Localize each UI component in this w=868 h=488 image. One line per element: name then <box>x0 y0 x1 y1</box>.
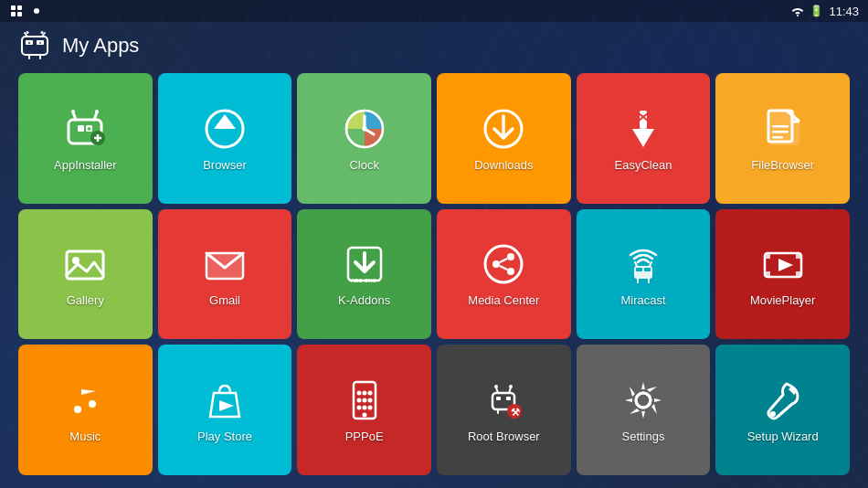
app-tile-appinstaller[interactable]: AppInstaller <box>18 73 153 204</box>
movieplayer-label: MoviePlayer <box>750 293 816 307</box>
filebrowser-icon <box>759 105 807 153</box>
app-tile-rootbrowser[interactable]: ⚒ Root Browser <box>437 345 571 475</box>
svg-point-81 <box>356 398 361 403</box>
kaddons-icon: ADD ONS <box>341 240 388 288</box>
app-tile-kaddons[interactable]: ADD ONS K-Addons <box>297 209 431 340</box>
mediacenter-icon <box>480 240 527 288</box>
easyclean-icon <box>619 105 667 153</box>
svg-rect-6 <box>22 37 48 55</box>
svg-point-91 <box>494 385 498 388</box>
svg-point-4 <box>34 8 39 14</box>
svg-rect-50 <box>67 251 103 279</box>
svg-point-58 <box>492 260 500 268</box>
header: My Apps <box>0 22 868 69</box>
svg-rect-47 <box>772 125 789 128</box>
setupwizard-label: Setup Wizard <box>747 430 819 443</box>
mediacenter-label: Media Center <box>468 293 539 307</box>
svg-line-62 <box>500 266 507 270</box>
svg-point-12 <box>41 31 44 34</box>
app-tile-miracast[interactable]: Miracast <box>577 209 711 340</box>
svg-rect-64 <box>636 268 642 271</box>
status-bar-left <box>9 4 44 18</box>
svg-point-80 <box>367 391 372 396</box>
app-tile-clock[interactable]: Clock <box>297 73 431 204</box>
gmail-icon <box>201 240 249 288</box>
svg-rect-1 <box>17 5 22 10</box>
status-bar: 🔋 11:43 <box>0 0 868 22</box>
app-tile-setupwizard[interactable]: Setup Wizard <box>715 345 850 475</box>
rootbrowser-icon: ⚒ <box>480 377 527 424</box>
movieplayer-icon <box>759 240 807 288</box>
svg-point-21 <box>71 110 75 113</box>
easyclean-label: EasyClean <box>615 158 672 172</box>
svg-point-92 <box>509 385 513 388</box>
playstore-icon <box>201 377 249 424</box>
app-tile-playstore[interactable]: Play Store <box>158 345 292 475</box>
app-tile-settings[interactable]: Settings <box>577 345 711 475</box>
svg-point-79 <box>362 391 366 396</box>
svg-marker-31 <box>214 114 236 129</box>
android-logo <box>18 29 51 62</box>
svg-rect-74 <box>796 271 801 277</box>
svg-rect-71 <box>765 253 770 259</box>
downloads-icon <box>480 105 527 153</box>
svg-point-22 <box>95 110 99 113</box>
svg-point-60 <box>507 268 514 275</box>
app-tile-filebrowser[interactable]: FileBrowser <box>715 73 850 204</box>
svg-rect-73 <box>796 253 801 259</box>
app-tile-easyclean[interactable]: EasyClean <box>577 73 711 204</box>
svg-rect-48 <box>772 131 789 133</box>
playstore-label: Play Store <box>197 430 252 443</box>
clock-display: 11:43 <box>829 5 859 18</box>
svg-point-84 <box>356 406 361 410</box>
svg-point-59 <box>507 253 514 260</box>
app-tile-gallery[interactable]: Gallery <box>18 209 153 340</box>
svg-point-83 <box>367 398 372 403</box>
music-label: Music <box>69 430 101 443</box>
pppoe-label: PPPoE <box>345 430 384 443</box>
svg-point-78 <box>356 391 361 396</box>
gallery-icon <box>61 240 109 288</box>
page-title: My Apps <box>62 34 139 58</box>
app-tile-pppoe[interactable]: PPPoE <box>297 345 431 475</box>
clock-label: Clock <box>349 158 379 172</box>
svg-point-57 <box>485 246 522 282</box>
settings-label: Settings <box>622 430 665 443</box>
app-tile-downloads[interactable]: Downloads <box>437 73 571 204</box>
svg-rect-93 <box>496 397 501 400</box>
miracast-icon <box>619 240 667 288</box>
svg-line-66 <box>635 262 637 266</box>
svg-rect-94 <box>506 397 511 400</box>
kaddons-label: K-Addons <box>338 293 390 307</box>
svg-marker-76 <box>219 400 234 411</box>
svg-point-5 <box>797 15 799 16</box>
miracast-label: Miracast <box>620 293 665 307</box>
rootbrowser-label: Root Browser <box>468 430 540 443</box>
filebrowser-label: FileBrowser <box>751 158 814 172</box>
app-tile-movieplayer[interactable]: MoviePlayer <box>715 209 850 340</box>
svg-rect-0 <box>11 5 16 10</box>
appinstaller-label: AppInstaller <box>54 158 117 172</box>
status-bar-right: 🔋 11:43 <box>791 5 859 18</box>
svg-marker-75 <box>778 259 793 271</box>
svg-rect-3 <box>17 12 22 16</box>
svg-line-67 <box>650 262 651 266</box>
battery-icon: 🔋 <box>810 5 823 17</box>
svg-rect-23 <box>78 125 84 132</box>
svg-rect-65 <box>644 268 651 271</box>
setupwizard-icon <box>759 377 807 424</box>
notification-icon-2 <box>29 4 44 18</box>
appinstaller-icon <box>61 105 109 153</box>
svg-point-100 <box>636 393 651 408</box>
wifi-icon <box>791 5 804 16</box>
app-tile-mediacenter[interactable]: Media Center <box>437 209 571 340</box>
svg-point-40 <box>362 126 366 131</box>
app-tile-gmail[interactable]: Gmail <box>158 209 292 340</box>
svg-point-101 <box>770 411 776 417</box>
svg-text:ADD ONS: ADD ONS <box>351 278 376 283</box>
app-tile-browser[interactable]: Browser <box>158 73 292 204</box>
svg-point-11 <box>26 31 29 34</box>
music-icon <box>61 377 109 424</box>
app-tile-music[interactable]: Music <box>18 345 153 475</box>
gmail-label: Gmail <box>209 293 240 307</box>
